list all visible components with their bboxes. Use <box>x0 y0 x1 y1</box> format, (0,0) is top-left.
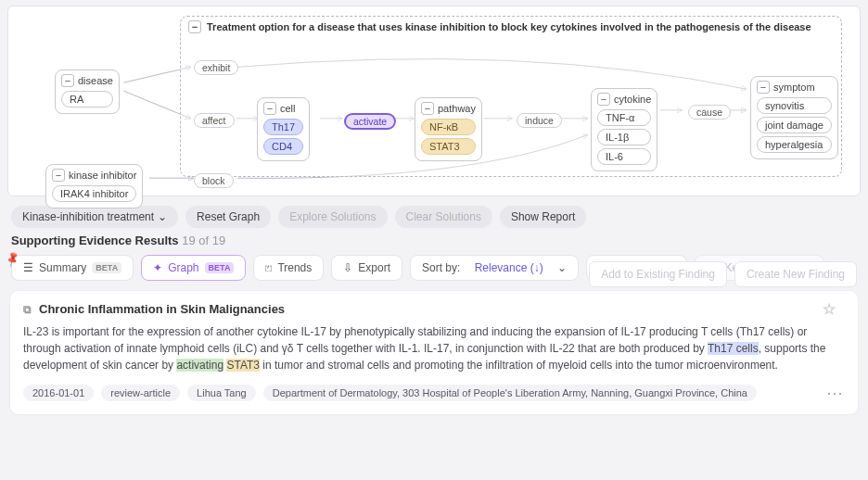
highlight-stat3: STAT3 <box>226 359 260 372</box>
external-link-icon[interactable]: ⧉ <box>23 303 32 316</box>
collapse-icon[interactable]: − <box>52 169 65 182</box>
chip-synovitis[interactable]: synovitis <box>757 97 832 114</box>
chip-il6[interactable]: IL-6 <box>597 148 651 165</box>
node-label: cell <box>280 103 296 114</box>
more-icon[interactable]: ⋯ <box>826 383 845 403</box>
graph-panel: − Treatment option for a disease that us… <box>7 6 861 196</box>
edge-induce: induce <box>517 113 562 128</box>
meta-type[interactable]: review-article <box>101 385 180 401</box>
container-header: − Treatment option for a disease that us… <box>181 17 841 37</box>
meta-author[interactable]: Lihua Tang <box>187 385 256 401</box>
chip-tnfa[interactable]: TNF-α <box>597 109 651 126</box>
chip-ra[interactable]: RA <box>61 91 113 107</box>
star-icon[interactable]: ☆ <box>823 300 836 318</box>
node-label: pathway <box>438 103 476 114</box>
chip-nfkb[interactable]: NF-κB <box>421 119 476 135</box>
node-disease[interactable]: −disease RA <box>55 69 120 114</box>
node-pathway[interactable]: −pathway NF-κB STAT3 <box>415 97 482 161</box>
meta-date[interactable]: 2016-01-01 <box>23 385 94 401</box>
chip-il1b[interactable]: IL-1β <box>597 129 651 145</box>
chevron-down-icon: ⌄ <box>557 261 567 274</box>
meta-affiliation[interactable]: Department of Dermatology, 303 Hospital … <box>263 385 757 401</box>
treatment-dropdown[interactable]: Kinase-inhibition treatment ⌄ <box>11 206 178 228</box>
node-label: symptom <box>773 82 815 93</box>
node-cytokine[interactable]: −cytokine TNF-α IL-1β IL-6 <box>591 88 657 171</box>
highlight-activating: activating <box>176 359 223 372</box>
sort-dropdown[interactable]: Sort by: Relevance (↓) ⌄ <box>410 255 579 281</box>
tab-summary[interactable]: ☰SummaryBETA <box>11 255 134 281</box>
evidence-heading: Supporting Evidence Results 19 of 19 <box>0 234 868 255</box>
chart-icon: ⏍ <box>265 261 272 274</box>
container-title: Treatment option for a disease that uses… <box>207 21 811 32</box>
chip-hyperalgesia[interactable]: hyperalgesia <box>757 136 832 153</box>
collapse-icon[interactable]: − <box>597 93 610 106</box>
collapse-icon[interactable]: − <box>263 102 276 115</box>
create-new-finding-button[interactable]: Create New Finding <box>734 261 857 287</box>
node-label: cytokine <box>614 94 651 105</box>
chip-irak4[interactable]: IRAK4 inhibitor <box>52 185 136 202</box>
edge-exhibit: exhibit <box>194 60 238 75</box>
node-label: kinase inhibitor <box>69 170 136 181</box>
spark-icon: ✦ <box>153 261 162 274</box>
list-icon: ☰ <box>23 261 33 274</box>
reset-graph-button[interactable]: Reset Graph <box>185 206 271 228</box>
node-label: disease <box>78 75 113 86</box>
clear-solutions-button[interactable]: Clear Solutions <box>395 206 492 228</box>
chevron-down-icon: ⌄ <box>158 210 167 223</box>
show-report-button[interactable]: Show Report <box>500 206 586 228</box>
result-meta: 2016-01-01 review-article Lihua Tang Dep… <box>23 383 845 403</box>
chip-stat3[interactable]: STAT3 <box>421 138 476 155</box>
edge-cause: cause <box>688 105 731 120</box>
node-symptom[interactable]: −symptom synovitis joint damage hyperalg… <box>750 76 838 159</box>
highlight-th17: Th17 cells <box>708 342 759 355</box>
add-to-existing-button[interactable]: Add to Existing Finding <box>589 261 727 287</box>
node-cell[interactable]: −cell Th17 CD4 <box>257 97 310 161</box>
result-title-row: ⧉ Chronic Inflammation in Skin Malignanc… <box>23 302 845 316</box>
collapse-icon[interactable]: − <box>61 74 74 87</box>
export-icon: ⇩ <box>343 261 352 274</box>
chip-joint-damage[interactable]: joint damage <box>757 117 832 133</box>
collapse-icon[interactable]: − <box>757 81 770 94</box>
tab-trends[interactable]: ⏍Trends <box>253 255 324 281</box>
edge-block: block <box>194 173 234 188</box>
edge-affect: affect <box>194 113 235 128</box>
edge-activate: activate <box>344 113 396 130</box>
explore-solutions-button[interactable]: Explore Solutions <box>278 206 387 228</box>
node-kinase-inhibitor[interactable]: −kinase inhibitor IRAK4 inhibitor <box>45 164 143 208</box>
tab-graph[interactable]: ✦GraphBETA <box>141 255 246 281</box>
result-body: IL-23 is important for the expression of… <box>23 323 845 373</box>
result-card: ⧉ Chronic Inflammation in Skin Malignanc… <box>9 290 859 415</box>
tab-export[interactable]: ⇩Export <box>331 255 402 281</box>
chip-th17[interactable]: Th17 <box>263 119 303 135</box>
collapse-icon[interactable]: − <box>188 20 201 33</box>
chip-cd4[interactable]: CD4 <box>263 138 303 155</box>
result-title[interactable]: Chronic Inflammation in Skin Malignancie… <box>39 302 285 316</box>
collapse-icon[interactable]: − <box>421 102 434 115</box>
